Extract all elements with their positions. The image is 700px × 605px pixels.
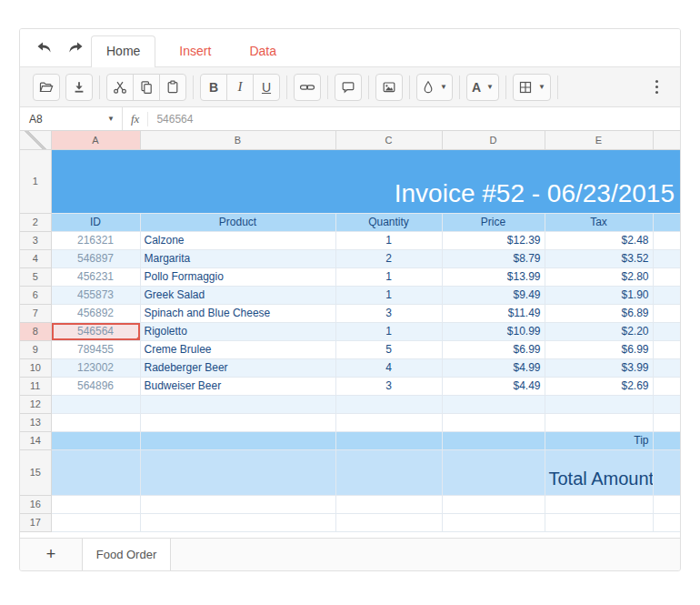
italic-button[interactable]: I — [226, 74, 254, 101]
cell-id[interactable]: 216321 — [51, 231, 140, 249]
cell-tax[interactable]: $3.52 — [545, 249, 653, 267]
cell-tax[interactable]: $2.80 — [545, 267, 653, 286]
cell[interactable] — [51, 431, 140, 449]
total-amount-label-cell[interactable]: Total Amount — [545, 449, 653, 495]
cell[interactable] — [140, 395, 335, 413]
cell-quantity[interactable]: 5 — [335, 340, 442, 358]
borders-button[interactable]: ▼ — [513, 74, 551, 101]
row-header-3[interactable]: 3 — [20, 231, 51, 249]
header-cell-id[interactable]: ID — [51, 213, 140, 231]
tab-insert[interactable]: Insert — [165, 36, 225, 66]
row-header-13[interactable]: 13 — [20, 413, 51, 431]
cell-product[interactable]: Rigoletto — [140, 322, 335, 340]
cell-id[interactable]: 564896 — [51, 377, 140, 395]
cell[interactable] — [335, 495, 442, 513]
comment-button[interactable] — [335, 74, 362, 101]
selected-cell-a8[interactable]: 546564 — [51, 322, 140, 340]
cell[interactable] — [442, 431, 545, 449]
column-header-a[interactable]: A — [51, 131, 140, 149]
row-header-8[interactable]: 8 — [20, 322, 51, 340]
cell-product[interactable]: Creme Brulee — [140, 340, 335, 358]
cell[interactable] — [442, 449, 545, 495]
cell[interactable] — [653, 449, 680, 495]
cell[interactable] — [653, 231, 680, 249]
cell-id[interactable]: 456231 — [51, 267, 140, 286]
cell-tax[interactable]: $6.89 — [545, 304, 653, 322]
formula-input[interactable]: 546564 — [148, 113, 680, 126]
column-header-c[interactable]: C — [335, 131, 442, 149]
cell-tax[interactable]: $2.48 — [545, 231, 653, 249]
row-header-7[interactable]: 7 — [20, 304, 51, 322]
cell[interactable] — [653, 358, 680, 377]
column-header-f[interactable] — [653, 131, 680, 149]
undo-button[interactable] — [33, 36, 56, 60]
row-header-9[interactable]: 9 — [20, 340, 51, 358]
cell[interactable] — [335, 431, 442, 449]
cell[interactable] — [51, 395, 140, 413]
cell-quantity[interactable]: 4 — [335, 358, 442, 377]
cell-product[interactable]: Greek Salad — [140, 286, 335, 304]
row-header-6[interactable]: 6 — [20, 286, 51, 304]
cell-price[interactable]: $10.99 — [442, 322, 545, 340]
tab-data[interactable]: Data — [235, 36, 291, 66]
link-button[interactable] — [294, 74, 321, 101]
tip-label-cell[interactable]: Tip — [545, 431, 653, 449]
redo-button[interactable] — [64, 36, 87, 60]
cell-quantity[interactable]: 1 — [335, 267, 442, 286]
cell-product[interactable]: Margarita — [140, 249, 335, 267]
cell-product[interactable]: Budweiser Beer — [140, 377, 335, 395]
cell[interactable] — [442, 495, 545, 513]
cell-price[interactable]: $11.49 — [442, 304, 545, 322]
row-header-2[interactable]: 2 — [20, 213, 51, 231]
cell-quantity[interactable]: 1 — [335, 286, 442, 304]
font-color-button[interactable]: A ▼ — [466, 74, 499, 101]
cell[interactable] — [545, 413, 653, 431]
column-header-d[interactable]: D — [442, 131, 545, 149]
row-header-16[interactable]: 16 — [20, 495, 51, 513]
header-cell-tax[interactable]: Tax — [545, 213, 653, 231]
cell-price[interactable]: $8.79 — [442, 249, 545, 267]
cell[interactable] — [51, 413, 140, 431]
cell-price[interactable]: $4.49 — [442, 377, 545, 395]
cell-tax[interactable]: $6.99 — [545, 340, 653, 358]
cell[interactable] — [653, 413, 680, 431]
cell[interactable] — [653, 286, 680, 304]
cell[interactable] — [335, 413, 442, 431]
cell-reference-box[interactable]: A8 ▼ — [20, 107, 122, 130]
cell[interactable] — [653, 513, 680, 531]
invoice-title-cell[interactable]: Invoice #52 - 06/23/2015 — [51, 149, 680, 213]
cell[interactable] — [653, 431, 680, 449]
row-header-15[interactable]: 15 — [20, 449, 51, 495]
open-button[interactable] — [33, 74, 60, 101]
cell[interactable] — [545, 395, 653, 413]
cell-quantity[interactable]: 1 — [335, 231, 442, 249]
cell-tax[interactable]: $2.20 — [545, 322, 653, 340]
cell[interactable] — [442, 413, 545, 431]
column-header-b[interactable]: B — [140, 131, 335, 149]
column-header-e[interactable]: E — [545, 131, 653, 149]
sheet-tab-food-order[interactable]: Food Order — [82, 539, 171, 570]
cell[interactable] — [653, 213, 680, 231]
row-header-11[interactable]: 11 — [20, 377, 51, 395]
cell[interactable] — [140, 413, 335, 431]
header-cell-price[interactable]: Price — [442, 213, 545, 231]
cell[interactable] — [653, 304, 680, 322]
cell[interactable] — [653, 322, 680, 340]
cell[interactable] — [653, 377, 680, 395]
cell[interactable] — [653, 340, 680, 358]
underline-button[interactable]: U — [253, 74, 280, 101]
cell-quantity[interactable]: 3 — [335, 377, 442, 395]
cell-quantity[interactable]: 3 — [335, 304, 442, 322]
cell[interactable] — [653, 267, 680, 286]
cell-product[interactable]: Radeberger Beer — [140, 358, 335, 377]
cell-price[interactable]: $12.39 — [442, 231, 545, 249]
background-color-button[interactable]: ▼ — [416, 74, 453, 101]
cell-id[interactable]: 123002 — [51, 358, 140, 377]
cell-price[interactable]: $9.49 — [442, 286, 545, 304]
cell[interactable] — [335, 395, 442, 413]
cell-product[interactable]: Spinach and Blue Cheese — [140, 304, 335, 322]
image-button[interactable] — [375, 74, 403, 101]
row-header-1[interactable]: 1 — [20, 149, 51, 213]
cell[interactable] — [140, 513, 335, 531]
cell[interactable] — [442, 513, 545, 531]
